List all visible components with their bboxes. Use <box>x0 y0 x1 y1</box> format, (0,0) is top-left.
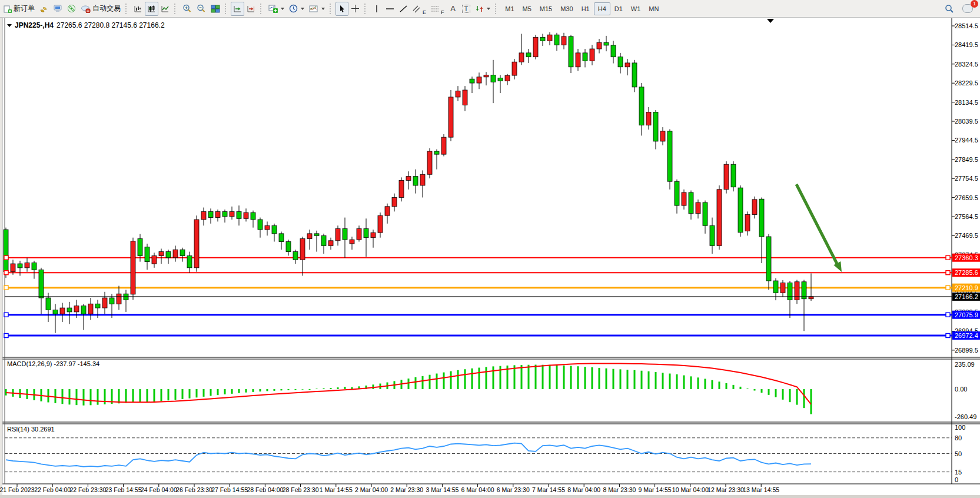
svg-text:-260.49: -260.49 <box>955 413 976 420</box>
auto-trading-button[interactable]: 自动交易 <box>78 2 123 16</box>
svg-text:27564.5: 27564.5 <box>955 213 978 220</box>
toolbar-grip <box>174 4 178 14</box>
timeframe-button-m30[interactable]: M30 <box>556 2 577 15</box>
svg-text:28324.5: 28324.5 <box>955 61 978 68</box>
svg-text:23 Feb 14:55: 23 Feb 14:55 <box>105 486 142 493</box>
timeframe-toolbar: M1M5M15M30H1H4D1W1MN <box>501 2 663 15</box>
svg-text:26972.4: 26972.4 <box>955 332 978 339</box>
chart-line-button[interactable] <box>158 2 172 16</box>
cursor-tool-button[interactable] <box>335 2 348 16</box>
svg-text:26 Feb 23:30: 26 Feb 23:30 <box>176 486 212 493</box>
svg-text:50: 50 <box>955 450 962 457</box>
text-label-icon: T <box>462 5 471 13</box>
timeframe-button-mn[interactable]: MN <box>645 2 663 15</box>
vertical-line-tool[interactable] <box>370 2 383 16</box>
rsi-indicator-label: RSI(14) 30.2691 <box>7 426 55 433</box>
indicators-dropdown-caret[interactable] <box>281 8 284 10</box>
zoom-out-button[interactable] <box>194 2 208 16</box>
fibonacci-tool[interactable]: F <box>428 2 447 16</box>
signals-button[interactable] <box>65 2 78 16</box>
zoom-in-icon <box>182 4 192 13</box>
clock-icon <box>289 4 298 13</box>
toolbar-grip <box>364 4 368 14</box>
svg-text:6 Mar 23:30: 6 Mar 23:30 <box>497 486 530 493</box>
svg-text:13 Mar 14:55: 13 Mar 14:55 <box>743 486 779 493</box>
main-toolbar: 新订单 自动交易 <box>0 0 980 18</box>
svg-text:0.00: 0.00 <box>955 386 967 393</box>
horizontal-line-tool[interactable] <box>383 2 397 16</box>
svg-text:28134.5: 28134.5 <box>955 99 978 106</box>
bar-chart-icon <box>134 5 142 13</box>
search-button[interactable] <box>942 2 956 16</box>
trendline-tool[interactable] <box>397 2 410 16</box>
svg-text:8 Mar 04:00: 8 Mar 04:00 <box>567 486 600 493</box>
templates-button[interactable] <box>307 2 327 16</box>
svg-text:7 Mar 14:55: 7 Mar 14:55 <box>532 486 565 493</box>
channel-icon <box>413 5 422 13</box>
notifications-button[interactable]: 1 <box>960 2 975 16</box>
templates-dropdown-caret[interactable] <box>321 8 325 10</box>
gold-bars-icon <box>39 5 48 12</box>
one-click-trading-expander-icon[interactable] <box>7 24 12 27</box>
fibo-letter: F <box>441 9 444 15</box>
svg-text:9 Mar 14:55: 9 Mar 14:55 <box>639 486 672 493</box>
auto-trading-label: 自动交易 <box>92 4 121 14</box>
timeframe-button-h4[interactable]: H4 <box>594 2 610 15</box>
arrows-tool[interactable] <box>473 2 493 16</box>
svg-text:24 Feb 04:00: 24 Feb 04:00 <box>141 486 177 493</box>
candlestick-chart-icon <box>147 5 156 13</box>
price-axis[interactable]: 28514.528419.528324.528229.528134.528039… <box>952 22 978 354</box>
timeframe-button-m5[interactable]: M5 <box>519 2 536 15</box>
arrows-dropdown-caret[interactable] <box>487 8 490 10</box>
timeframe-button-d1[interactable]: D1 <box>610 2 627 15</box>
indicators-button[interactable] <box>266 2 287 16</box>
chart-candles-button[interactable] <box>145 2 158 16</box>
svg-text:3 Mar 14:55: 3 Mar 14:55 <box>426 486 459 493</box>
text-label-tool[interactable]: T <box>460 2 473 16</box>
chart-bars-button[interactable] <box>131 2 145 16</box>
chart-shift-button[interactable] <box>244 2 258 16</box>
search-icon <box>945 4 954 14</box>
svg-text:12 Mar 23:30: 12 Mar 23:30 <box>707 486 744 493</box>
crosshair-tool-button[interactable] <box>348 2 362 16</box>
svg-text:27469.5: 27469.5 <box>955 232 978 239</box>
svg-text:28514.5: 28514.5 <box>955 22 978 29</box>
trendline-icon <box>399 5 408 13</box>
svg-text:27944.5: 27944.5 <box>955 137 978 144</box>
text-tool[interactable]: A <box>447 2 460 16</box>
periods-button[interactable] <box>287 2 307 16</box>
new-order-button[interactable]: 新订单 <box>1 2 37 16</box>
timeframe-button-w1[interactable]: W1 <box>627 2 645 15</box>
toolbar-grip <box>495 4 499 14</box>
chart-shift-marker[interactable] <box>767 19 774 23</box>
tile-windows-button[interactable] <box>208 2 222 16</box>
trend-annotation-arrow[interactable] <box>796 184 842 272</box>
text-tool-icon: A <box>450 4 456 13</box>
new-order-icon <box>4 5 12 13</box>
tile-windows-icon <box>211 5 220 13</box>
toolbar-grip <box>330 4 333 14</box>
timeframe-button-m1[interactable]: M1 <box>501 2 518 15</box>
timeframe-button-h1[interactable]: H1 <box>577 2 594 15</box>
auto-scroll-button[interactable] <box>231 2 244 16</box>
auto-scroll-icon <box>233 5 242 13</box>
svg-text:27659.5: 27659.5 <box>955 194 978 201</box>
svg-text:80: 80 <box>955 434 962 441</box>
current-price-line: 27166.2 <box>5 293 980 301</box>
chart-title-bar: JPN225-,H4 27265.6 27280.8 27145.6 27166… <box>7 21 165 29</box>
svg-text:8 Mar 23:30: 8 Mar 23:30 <box>603 486 636 493</box>
toolbar-grip <box>125 4 129 14</box>
svg-text:27075.9: 27075.9 <box>955 311 978 318</box>
market-depth-button[interactable] <box>37 2 51 16</box>
crosshair-icon <box>351 4 360 13</box>
timeframe-button-m15[interactable]: M15 <box>536 2 556 15</box>
time-axis[interactable]: 21 Feb 202322 Feb 04:0022 Feb 23:3023 Fe… <box>0 484 779 493</box>
svg-text:27210.9: 27210.9 <box>955 284 978 291</box>
periods-dropdown-caret[interactable] <box>301 8 304 10</box>
macd-panel <box>5 363 812 414</box>
mql5-community-button[interactable] <box>51 2 65 16</box>
svg-text:28039.5: 28039.5 <box>955 118 978 125</box>
equidistant-channel-tool[interactable]: E <box>410 2 428 16</box>
zoom-in-button[interactable] <box>180 2 194 16</box>
svg-text:1 Mar 14:55: 1 Mar 14:55 <box>320 486 353 493</box>
